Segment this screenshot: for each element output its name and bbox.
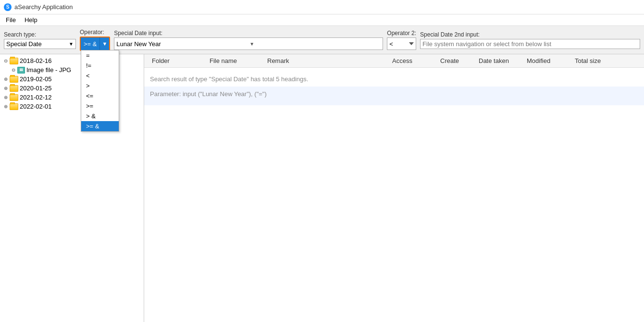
search-info-text: Search result of type "Special Date" has… [144, 68, 644, 87]
operator2-group: Operator 2: < <= > >= = != [387, 30, 416, 50]
col-header-totalsize: Total size [571, 56, 619, 65]
tree-toggle[interactable]: ⊕ [2, 76, 10, 82]
col-header-access: Access [388, 56, 436, 65]
operator-option-lte[interactable]: <= [81, 91, 119, 101]
tree-label: Image file - JPG [26, 66, 71, 74]
operator-button[interactable]: >= & [81, 37, 99, 50]
list-item[interactable]: ⊖ 🖼 Image file - JPG [0, 65, 144, 74]
operator-group: Operator: >= & ▼ = != < > <= >= > & >= & [80, 29, 110, 51]
special-date-group: Special Date input: Lunar New Year ▼ [114, 30, 383, 50]
tree-label: 2022-02-01 [20, 103, 52, 110]
list-item[interactable]: ⊕ 2021-02-12 [0, 93, 144, 102]
tree-toggle[interactable]: ⊖ [10, 67, 17, 73]
operator-container: >= & ▼ = != < > <= >= > & >= & [80, 37, 110, 51]
sidebar: ⊖ 2018-02-16 ⊖ 🖼 Image file - JPG ⊕ 2019… [0, 54, 144, 322]
folder-icon [10, 58, 18, 64]
operator-dropdown: = != < > <= >= > & >= & [81, 50, 119, 132]
operator-option-gt[interactable]: > [81, 81, 119, 91]
list-item[interactable]: ⊕ 2022-02-01 [0, 102, 144, 111]
col-header-folder: Folder [148, 56, 206, 65]
special-date-2nd-group: Special Date 2nd input: [420, 31, 640, 49]
operator-dropdown-toggle[interactable]: ▼ [99, 37, 109, 50]
title-bar: S aSearchy Application [0, 0, 644, 14]
col-header-filename: File name [206, 56, 263, 65]
image-icon: 🖼 [17, 67, 25, 74]
operator-option-gt-amp[interactable]: > & [81, 111, 119, 121]
operator2-label: Operator 2: [387, 30, 416, 37]
tree-label: 2019-02-05 [20, 75, 52, 83]
special-date-2nd-input[interactable] [420, 39, 640, 49]
tree-label: 2018-02-16 [20, 57, 52, 64]
col-header-remark: Remark [263, 56, 388, 65]
list-item[interactable]: ⊖ 2018-02-16 [0, 56, 144, 65]
special-date-value: Lunar New Year [116, 40, 248, 48]
operator-btn-row: >= & ▼ [81, 37, 109, 50]
content-area: Folder File name Remark Access Create Da… [144, 54, 644, 322]
tree-toggle[interactable]: ⊖ [2, 58, 10, 63]
operator2-select[interactable]: < <= > >= = != [387, 37, 416, 50]
operator-option-neq[interactable]: != [81, 61, 119, 71]
tree-label: 2020-01-25 [20, 85, 52, 92]
toolbar: Search type: Special Date File Name Date… [0, 26, 644, 54]
menu-bar: File Help [0, 14, 644, 26]
menu-help[interactable]: Help [21, 15, 41, 25]
operator-label: Operator: [80, 29, 110, 36]
app-icon: S [4, 3, 12, 11]
list-item[interactable]: ⊕ 2020-01-25 [0, 84, 144, 93]
app-title: aSearchy Application [14, 3, 73, 11]
content-body: Search result of type "Special Date" has… [144, 68, 644, 322]
folder-icon [10, 103, 18, 110]
search-type-select[interactable]: Special Date File Name Date Size ▼ [4, 39, 76, 49]
special-date-input-box[interactable]: Lunar New Year ▼ [114, 37, 383, 50]
operator-option-gte[interactable]: >= [81, 101, 119, 111]
search-type-label: Search type: [4, 31, 76, 38]
folder-icon [10, 94, 18, 101]
special-date-2nd-label: Special Date 2nd input: [420, 31, 640, 38]
tree-label: 2021-02-12 [20, 94, 52, 101]
operator-option-eq[interactable]: = [81, 50, 119, 61]
search-type-dropdown[interactable]: Special Date File Name Date Size [6, 40, 51, 48]
table-header: Folder File name Remark Access Create Da… [144, 54, 644, 68]
special-date-arrow: ▼ [249, 41, 381, 47]
menu-file[interactable]: File [2, 15, 20, 25]
folder-icon [10, 76, 18, 83]
col-header-datetaken: Date taken [475, 56, 523, 65]
search-type-group: Search type: Special Date File Name Date… [4, 31, 76, 49]
special-date-label: Special Date input: [114, 30, 383, 37]
folder-icon [10, 85, 18, 92]
col-header-modified: Modified [523, 56, 571, 65]
operator-option-lt[interactable]: < [81, 71, 119, 81]
param-text: Parameter: input ("Lunar New Year"), ("=… [144, 87, 644, 105]
tree-toggle[interactable]: ⊕ [2, 86, 10, 91]
list-item[interactable]: ⊕ 2019-02-05 [0, 74, 144, 84]
tree-toggle[interactable]: ⊕ [2, 95, 10, 100]
col-header-create: Create [436, 56, 475, 65]
operator-option-gte-amp[interactable]: >= & [81, 121, 119, 131]
tree-toggle[interactable]: ⊕ [2, 104, 10, 109]
